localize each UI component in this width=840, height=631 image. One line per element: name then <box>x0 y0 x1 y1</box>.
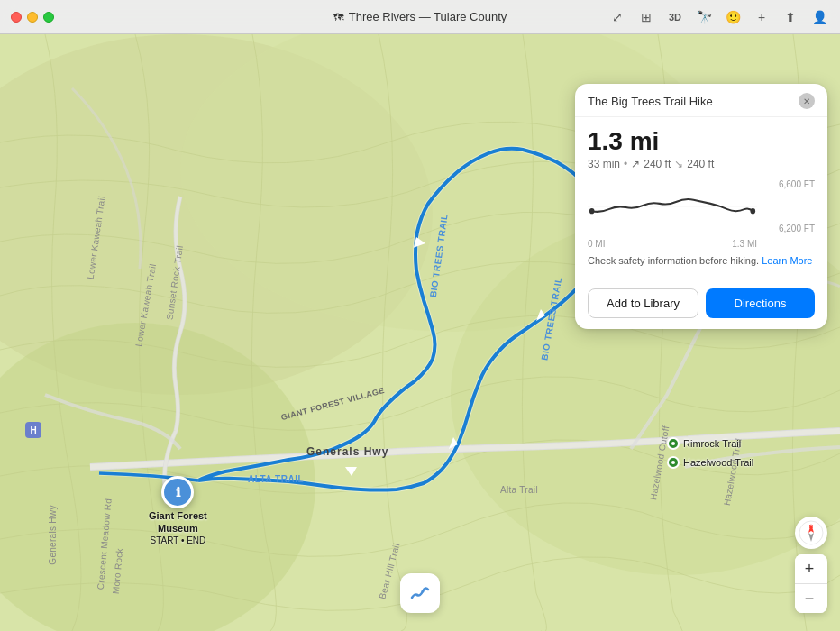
compass-button[interactable]: N <box>795 517 827 549</box>
elev-low-label: 6,200 FT <box>779 224 815 233</box>
rimrock-trail-poi[interactable]: Rimrock Trail <box>667 437 741 450</box>
route-icon-button[interactable] <box>400 573 440 613</box>
toolbar-icons: ⤢ ⊞ 3D 🔭 🙂 + ⬆ 👤 <box>607 7 829 27</box>
sep1: • <box>624 158 627 170</box>
maximize-button[interactable] <box>43 12 54 23</box>
poi-dot-hazelwood <box>667 456 680 469</box>
minimize-button[interactable] <box>27 12 38 23</box>
hazelwood-label: Hazelwood Trail <box>683 457 753 468</box>
trail-card-header: The Big Trees Trail Hike ✕ <box>575 84 827 117</box>
trail-meta: 33 min • ↗ 240 ft ↘ 240 ft <box>588 158 815 170</box>
map-container[interactable]: Generals Hwy Sunset Rock Trail Lower Kaw… <box>0 34 840 631</box>
elev-up-icon: ↗ <box>631 158 640 170</box>
zoom-out-button[interactable]: − <box>795 584 824 613</box>
share-icon[interactable]: ⬆ <box>781 7 800 27</box>
account-icon[interactable]: 👤 <box>809 7 829 27</box>
map-view-icon[interactable]: ⊞ <box>636 7 656 27</box>
trail-elev-gain: 240 ft <box>644 158 671 170</box>
elevation-chart: 6,600 FT 6,200 FT <box>588 179 815 233</box>
location-marker[interactable]: ℹ Giant Forest Museum START • END <box>149 476 207 545</box>
trail-distance: 1.3 mi <box>588 128 815 156</box>
window-title: 🗺 Three Rivers — Tulare County <box>333 10 507 23</box>
elevation-svg <box>588 183 757 230</box>
generals-hwy-label: Generals Hwy <box>306 445 388 458</box>
marker-icon: ℹ <box>161 476 194 508</box>
route-svg <box>409 582 431 604</box>
location-icon[interactable]: ⤢ <box>607 7 627 27</box>
trail-elev-loss: 240 ft <box>687 158 714 170</box>
emoji-icon[interactable]: 🙂 <box>723 7 743 27</box>
svg-text:N: N <box>809 524 813 529</box>
trail-card-title: The Big Trees Trail Hike <box>588 95 713 108</box>
add-icon[interactable]: + <box>752 7 772 27</box>
rimrock-label: Rimrock Trail <box>683 438 741 449</box>
poi-dot-rimrock <box>667 437 680 450</box>
svg-point-17 <box>422 590 425 593</box>
3d-icon[interactable]: 3D <box>665 7 685 27</box>
hazelwood-trail-poi[interactable]: Hazelwood Trail <box>667 456 753 469</box>
zoom-in-button[interactable]: + <box>795 554 824 583</box>
elevation-labels: 6,600 FT 6,200 FT <box>761 179 815 233</box>
dist-start-label: 0 MI <box>588 239 605 249</box>
map-icon: 🗺 <box>333 12 343 23</box>
directions-button[interactable]: Directions <box>706 288 815 318</box>
chart-area <box>588 183 757 230</box>
dist-end-label: 1.3 MI <box>732 239 757 249</box>
zoom-controls: + − <box>795 554 827 613</box>
marker-label-line2: Museum <box>158 523 198 534</box>
hospital-marker: H <box>25 422 41 438</box>
distance-labels: 0 MI 1.3 MI <box>588 239 815 249</box>
compass-svg: N <box>799 520 824 545</box>
close-card-button[interactable]: ✕ <box>799 93 815 109</box>
trail-card: The Big Trees Trail Hike ✕ 1.3 mi 33 min… <box>575 84 827 329</box>
marker-label-line3: START • END <box>150 535 205 545</box>
trail-card-body: 1.3 mi 33 min • ↗ 240 ft ↘ 240 ft 6,600 … <box>575 117 827 279</box>
alta-trail-label2: Alta Trail <box>248 474 304 484</box>
alta-trail-label: Alta Trail <box>500 485 538 495</box>
safety-text: Check safety information before hiking. … <box>588 254 815 268</box>
title-bar: 🗺 Three Rivers — Tulare County ⤢ ⊞ 3D 🔭 … <box>0 0 840 34</box>
marker-label-line1: Giant Forest <box>149 510 207 521</box>
trail-time: 33 min <box>588 158 620 170</box>
map-controls: N + − <box>795 517 827 613</box>
elev-high-label: 6,600 FT <box>779 179 815 189</box>
svg-point-16 <box>416 594 419 597</box>
traffic-lights <box>11 12 54 23</box>
add-to-library-button[interactable]: Add to Library <box>588 288 698 318</box>
learn-more-link[interactable]: Learn More <box>762 255 812 266</box>
generals-hwy2-label: Generals Hwy <box>48 505 58 564</box>
search-binoculars-icon[interactable]: 🔭 <box>694 7 714 27</box>
trail-card-actions: Add to Library Directions <box>575 279 827 329</box>
sep2: ↘ <box>674 158 683 170</box>
close-button[interactable] <box>11 12 22 23</box>
